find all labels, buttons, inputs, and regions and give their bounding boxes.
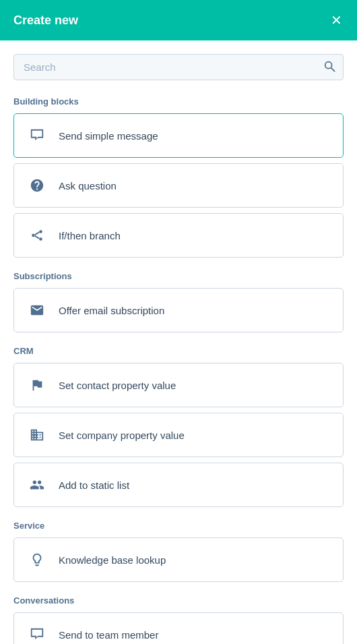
close-button[interactable]: ✕ [329, 12, 344, 28]
section-subscriptions: Subscriptions Offer email subscription [13, 271, 344, 332]
block-item-knowledge-base-lookup[interactable]: Knowledge base lookup [13, 537, 344, 582]
modal-container: Create new ✕ Building blocks [0, 0, 357, 644]
knowledge-base-lookup-label: Knowledge base lookup [59, 554, 166, 566]
block-item-if-then-branch[interactable]: If/then branch [13, 213, 344, 258]
set-contact-property-value-icon [25, 373, 49, 397]
section-label-crm: CRM [13, 346, 344, 356]
section-label-building-blocks: Building blocks [13, 96, 344, 107]
section-service: Service Knowledge base lookup [13, 521, 344, 582]
offer-email-subscription-label: Offer email subscription [59, 305, 164, 316]
send-to-team-member-label: Send to team member [59, 629, 158, 641]
send-to-team-member-icon [25, 622, 49, 644]
block-item-offer-email-subscription[interactable]: Offer email subscription [13, 288, 344, 332]
block-item-set-company-property-value[interactable]: Set company property value [13, 413, 344, 457]
if-then-branch-icon [25, 223, 49, 247]
block-item-send-to-team-member[interactable]: Send to team member [13, 612, 344, 644]
if-then-branch-label: If/then branch [59, 230, 121, 241]
svg-line-5 [35, 232, 39, 235]
add-to-static-list-label: Add to static list [59, 479, 129, 491]
knowledge-base-lookup-icon [25, 548, 49, 572]
modal-header: Create new ✕ [0, 0, 357, 40]
svg-point-4 [39, 237, 42, 241]
ask-question-label: Ask question [59, 180, 117, 192]
modal-body: Building blocks Send simple message Ask … [0, 40, 357, 644]
search-input[interactable] [13, 54, 344, 80]
send-simple-message-label: Send simple message [59, 130, 158, 142]
search-wrapper [13, 54, 344, 80]
offer-email-subscription-icon [25, 298, 49, 322]
section-label-service: Service [13, 521, 344, 531]
svg-point-2 [32, 234, 35, 237]
set-contact-property-value-label: Set contact property value [59, 380, 176, 391]
set-company-property-value-icon [25, 423, 49, 447]
section-label-subscriptions: Subscriptions [13, 271, 344, 281]
block-item-ask-question[interactable]: Ask question [13, 163, 344, 208]
set-company-property-value-label: Set company property value [59, 430, 185, 441]
block-item-set-contact-property-value[interactable]: Set contact property value [13, 363, 344, 407]
send-simple-message-icon [25, 123, 49, 148]
block-item-send-simple-message[interactable]: Send simple message [13, 113, 344, 158]
block-item-add-to-static-list[interactable]: Add to static list [13, 463, 344, 507]
ask-question-icon [25, 173, 49, 198]
add-to-static-list-icon [25, 473, 49, 497]
section-crm: CRM Set contact property value Set compa… [13, 346, 344, 507]
svg-line-6 [35, 236, 39, 239]
svg-point-3 [39, 230, 42, 233]
modal-title: Create new [13, 13, 78, 28]
section-label-conversations: Conversations [13, 595, 344, 606]
section-conversations: Conversations Send to team member [13, 595, 344, 644]
section-building-blocks: Building blocks Send simple message Ask … [13, 96, 344, 258]
